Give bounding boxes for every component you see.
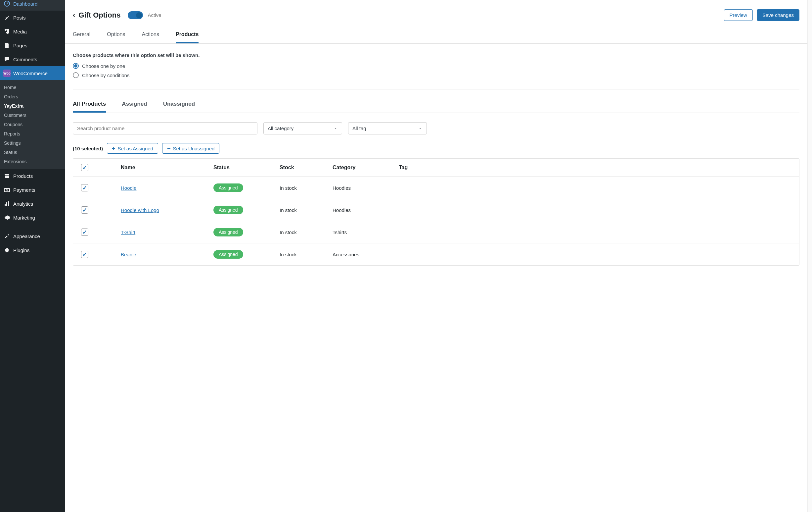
sidebar-item-products[interactable]: Products <box>0 169 65 183</box>
sidebar-item-analytics[interactable]: Analytics <box>0 197 65 211</box>
dashboard-icon <box>3 0 10 7</box>
sidebar-item-posts[interactable]: Posts <box>0 10 65 25</box>
sidebar-label: Appearance <box>13 234 40 239</box>
category-select[interactable]: All category <box>263 122 342 134</box>
sidebar-item-media[interactable]: Media <box>0 25 65 38</box>
scrollbar[interactable] <box>807 0 812 512</box>
subtab-all[interactable]: All Products <box>73 101 106 113</box>
radio-label: Choose one by one <box>82 63 125 69</box>
sidebar-label: Dashboard <box>13 1 37 7</box>
row-checkbox[interactable] <box>81 206 88 214</box>
subtab-assigned[interactable]: Assigned <box>122 101 147 113</box>
row-checkbox[interactable] <box>81 251 88 258</box>
filters-row: All category All tag <box>73 122 800 134</box>
svg-rect-5 <box>5 204 6 206</box>
sub-item-yayextra[interactable]: YayExtra <box>0 101 65 111</box>
sub-item-status[interactable]: Status <box>0 148 65 157</box>
row-checkbox[interactable] <box>81 228 88 236</box>
search-input[interactable] <box>73 122 257 134</box>
radio-one-by-one[interactable]: Choose one by one <box>73 61 800 71</box>
sidebar-item-comments[interactable]: Comments <box>0 52 65 66</box>
tag-select[interactable]: All tag <box>348 122 427 134</box>
product-link[interactable]: Hoodie <box>121 185 137 191</box>
sub-item-coupons[interactable]: Coupons <box>0 120 65 129</box>
status-badge: Assigned <box>213 206 243 214</box>
sidebar-item-marketing[interactable]: Marketing <box>0 211 65 224</box>
sidebar-label: Media <box>13 29 27 34</box>
plugins-icon <box>3 246 10 254</box>
active-toggle[interactable] <box>128 11 143 19</box>
sidebar-item-payments[interactable]: $ Payments <box>0 183 65 197</box>
archive-icon <box>3 172 10 180</box>
radio-icon <box>73 63 79 69</box>
svg-rect-7 <box>8 201 9 206</box>
products-table: Name Status Stock Category Tag Hoodie As… <box>73 158 800 266</box>
tab-products[interactable]: Products <box>176 27 199 44</box>
subtab-unassigned[interactable]: Unassigned <box>163 101 195 113</box>
save-button[interactable]: Save changes <box>757 9 800 21</box>
product-link[interactable]: T-Shirt <box>121 230 135 235</box>
tab-options[interactable]: Options <box>107 27 125 44</box>
stock-value: In stock <box>280 230 332 235</box>
product-link[interactable]: Beanie <box>121 252 136 257</box>
sidebar-item-pages[interactable]: Pages <box>0 38 65 52</box>
bulk-actions: (10 selected) + Set as Assigned − Set as… <box>73 143 800 154</box>
sub-item-home[interactable]: Home <box>0 83 65 92</box>
tag-select-value: All tag <box>352 126 366 131</box>
back-button[interactable]: ‹ <box>73 11 75 20</box>
category-value: Hoodies <box>332 207 399 213</box>
status-badge: Assigned <box>213 250 243 259</box>
bulk-btn-label: Set as Assigned <box>117 146 153 151</box>
category-select-value: All category <box>268 126 293 131</box>
tab-content: Choose products where this option set wi… <box>65 44 807 275</box>
stock-value: In stock <box>280 207 332 213</box>
sidebar-label: Marketing <box>13 215 35 221</box>
divider <box>73 89 800 89</box>
sidebar-label: WooCommerce <box>13 71 48 76</box>
table-row: T-Shirt Assigned In stock Tshirts <box>73 221 799 243</box>
svg-rect-6 <box>6 203 7 206</box>
main-content: ‹ Gift Options Active Preview Save chang… <box>65 0 812 512</box>
header-actions: Preview Save changes <box>724 9 800 21</box>
row-checkbox[interactable] <box>81 184 88 191</box>
sidebar-label: Pages <box>13 43 27 48</box>
select-all-checkbox[interactable] <box>81 164 88 171</box>
tab-actions[interactable]: Actions <box>142 27 159 44</box>
product-link[interactable]: Hoodie with Logo <box>121 207 159 213</box>
tab-general[interactable]: Gereral <box>73 27 90 44</box>
sub-item-extensions[interactable]: Extensions <box>0 157 65 166</box>
sidebar-label: Analytics <box>13 201 33 207</box>
sub-item-orders[interactable]: Orders <box>0 92 65 101</box>
sidebar-label: Posts <box>13 15 26 21</box>
set-assigned-button[interactable]: + Set as Assigned <box>107 143 158 154</box>
category-value: Tshirts <box>332 230 399 235</box>
admin-sidebar: Dashboard Posts Media Pages Comments Woo… <box>0 0 65 512</box>
page-header: ‹ Gift Options Active Preview Save chang… <box>65 0 807 27</box>
page-icon <box>3 42 10 49</box>
th-category: Category <box>332 165 399 170</box>
table-header: Name Status Stock Category Tag <box>73 159 799 177</box>
sidebar-item-woocommerce[interactable]: Woo WooCommerce <box>0 66 65 80</box>
category-value: Hoodies <box>332 185 399 191</box>
category-value: Accessories <box>332 252 399 257</box>
th-name: Name <box>121 165 213 170</box>
sidebar-item-appearance[interactable]: Appearance <box>0 229 65 243</box>
toggle-label: Active <box>148 12 161 18</box>
woo-icon: Woo <box>3 70 10 77</box>
svg-rect-2 <box>5 176 9 178</box>
sub-item-customers[interactable]: Customers <box>0 111 65 120</box>
sidebar-label: Products <box>13 173 33 179</box>
radio-conditions[interactable]: Choose by conditions <box>73 71 800 80</box>
status-badge: Assigned <box>213 184 243 192</box>
preview-button[interactable]: Preview <box>724 9 753 21</box>
selected-count: (10 selected) <box>73 146 103 151</box>
pin-icon <box>3 14 10 21</box>
set-unassigned-button[interactable]: − Set as Unassigned <box>162 143 220 154</box>
th-stock: Stock <box>280 165 332 170</box>
table-row: Beanie Assigned In stock Accessories <box>73 243 799 265</box>
sidebar-item-plugins[interactable]: Plugins <box>0 243 65 257</box>
sub-item-settings[interactable]: Settings <box>0 138 65 148</box>
sidebar-item-dashboard[interactable]: Dashboard <box>0 0 65 10</box>
woo-submenu: Home Orders YayExtra Customers Coupons R… <box>0 80 65 169</box>
sub-item-reports[interactable]: Reports <box>0 129 65 138</box>
